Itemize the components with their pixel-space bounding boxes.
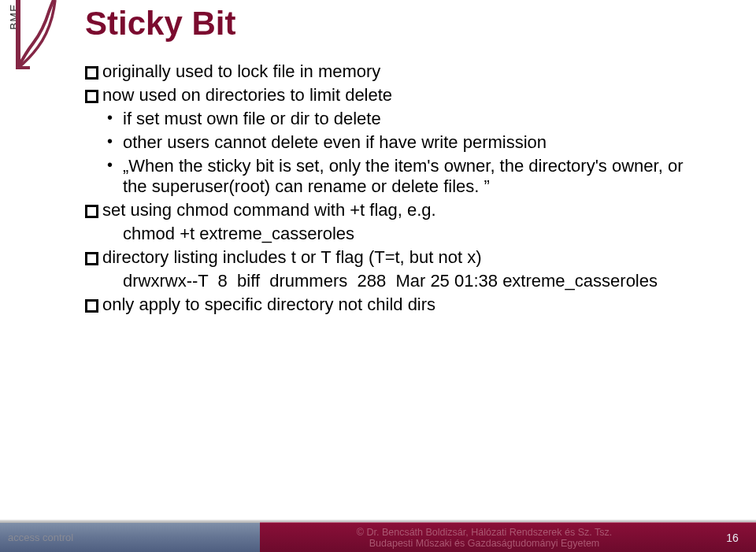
bullet-text: only apply to specific directory not chi… xyxy=(102,295,435,314)
bullet-level-2: other users cannot delete even if have w… xyxy=(85,132,707,153)
bullet-text: now used on directories to limit delete xyxy=(102,85,392,105)
bullet-level-2-quote: „When the sticky bit is set, only the it… xyxy=(85,156,707,197)
footer-institution-line: Budapesti Műszaki és Gazdaságtudományi E… xyxy=(369,538,600,549)
institution-logo: BME xyxy=(0,0,63,94)
bullet-level-1: directory listing includes t or T flag (… xyxy=(85,247,707,268)
svg-rect-0 xyxy=(16,0,20,68)
bullet-level-1: now used on directories to limit delete xyxy=(85,85,707,106)
slide-title: Sticky Bit xyxy=(85,5,235,43)
bullet-text: other users cannot delete even if have w… xyxy=(123,132,547,152)
bullet-level-1: originally used to lock file in memory xyxy=(85,61,707,82)
bullet-level-2: if set must own file or dir to delete xyxy=(85,109,707,129)
bullet-text: originally used to lock file in memory xyxy=(102,61,380,81)
bullet-text: if set must own file or dir to delete xyxy=(123,109,381,128)
bullet-text: „When the sticky bit is set, only the it… xyxy=(123,156,683,196)
footer-bar: access control © Dr. Bencsáth Boldizsár,… xyxy=(0,522,756,552)
footer-center: © Dr. Bencsáth Boldizsár, Hálózati Rends… xyxy=(260,522,709,552)
logo-graphic-icon xyxy=(16,0,63,94)
bullet-text: set using chmod command with +t flag, e.… xyxy=(102,200,436,220)
code-line: chmod +t extreme_casseroles xyxy=(85,224,707,244)
footer-page-number: 16 xyxy=(709,522,756,552)
footer-left: access control xyxy=(0,522,260,552)
bullet-level-1: set using chmod command with +t flag, e.… xyxy=(85,200,707,220)
slide-footer: access control © Dr. Bencsáth Boldizsár,… xyxy=(0,520,756,552)
footer-copyright-line: © Dr. Bencsáth Boldizsár, Hálózati Rends… xyxy=(357,527,612,538)
slide-body: originally used to lock file in memory n… xyxy=(85,61,707,317)
code-line: drwxrwx--T 8 biff drummers 288 Mar 25 01… xyxy=(85,271,707,291)
slide: BME Sticky Bit originally used to lock f… xyxy=(0,0,756,552)
bullet-text: directory listing includes t or T flag (… xyxy=(102,247,482,267)
bullet-level-1: only apply to specific directory not chi… xyxy=(85,295,707,315)
